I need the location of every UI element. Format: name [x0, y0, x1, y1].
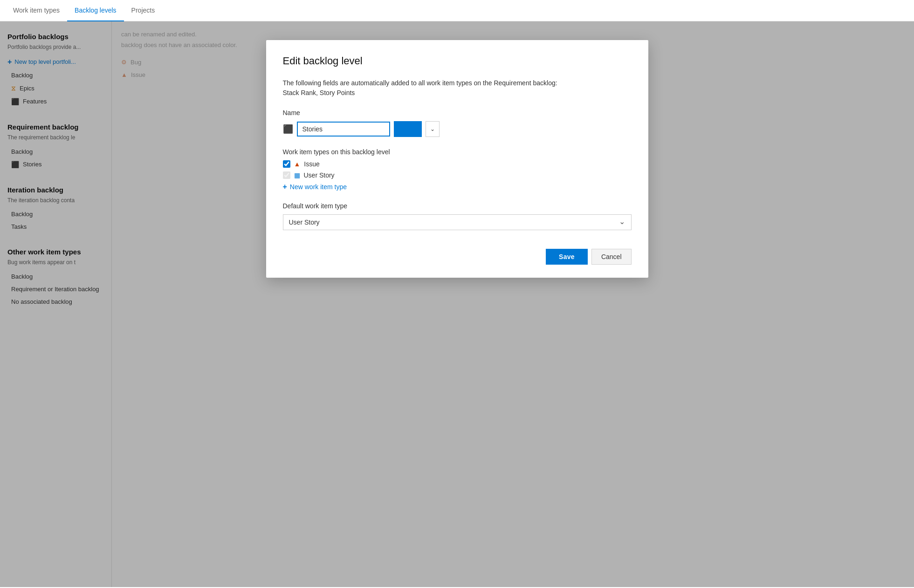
main-content: Portfolio backlogs Portfolio backlogs pr…	[0, 21, 914, 587]
new-work-item-type-link[interactable]: + New work item type	[283, 183, 632, 191]
edit-backlog-level-modal: Edit backlog level The following fields …	[266, 40, 648, 278]
tab-projects[interactable]: Projects	[124, 0, 163, 21]
name-input[interactable]	[297, 122, 390, 137]
default-wit-select[interactable]: User Story Issue	[283, 214, 632, 230]
new-wit-plus-icon: +	[283, 183, 287, 191]
stories-grid-icon: ⬛	[283, 124, 293, 134]
user-story-label: User Story	[304, 171, 335, 179]
tab-backlog-levels[interactable]: Backlog levels	[67, 0, 124, 21]
modal-info-fields: Stack Rank, Story Points	[283, 89, 355, 96]
issue-checkbox-row: ▲ Issue	[283, 160, 632, 168]
user-story-wit-icon: ▦	[294, 171, 300, 179]
default-wit-label: Default work item type	[283, 202, 632, 210]
modal-info-text: The following fields are automatically a…	[283, 78, 632, 98]
top-nav: Work item types Backlog levels Projects	[0, 0, 914, 21]
default-wit-select-wrapper: User Story Issue	[283, 214, 632, 230]
modal-overlay: Edit backlog level The following fields …	[0, 21, 914, 587]
issue-checkbox[interactable]	[283, 160, 290, 168]
color-dropdown-button[interactable]: ⌄	[426, 121, 440, 137]
work-item-types-label: Work item types on this backlog level	[283, 148, 632, 156]
modal-footer: Save Cancel	[283, 249, 632, 265]
issue-label: Issue	[304, 160, 319, 168]
save-button[interactable]: Save	[546, 249, 588, 265]
color-picker-button[interactable]	[394, 121, 422, 137]
name-row: ⬛ ⌄	[283, 121, 632, 137]
issue-wit-icon: ▲	[294, 160, 301, 168]
chevron-down-icon: ⌄	[430, 126, 435, 132]
user-story-checkbox[interactable]	[283, 171, 290, 179]
modal-info-line1: The following fields are automatically a…	[283, 79, 557, 87]
modal-name-label: Name	[283, 109, 632, 116]
tab-work-item-types[interactable]: Work item types	[6, 0, 67, 21]
user-story-checkbox-row: ▦ User Story	[283, 171, 632, 179]
new-wit-label: New work item type	[290, 183, 347, 191]
modal-title: Edit backlog level	[283, 55, 632, 67]
cancel-button[interactable]: Cancel	[591, 249, 632, 265]
